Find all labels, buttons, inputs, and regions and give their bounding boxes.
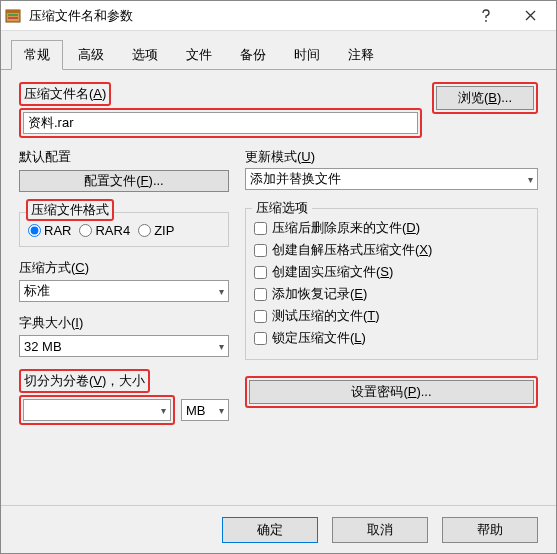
radio-zip[interactable]: ZIP bbox=[138, 223, 174, 238]
tab-options[interactable]: 选项 bbox=[119, 40, 171, 70]
default-config-section: 默认配置 配置文件(F)... bbox=[19, 148, 229, 192]
chk-lock[interactable]: 锁定压缩文件(L) bbox=[254, 329, 529, 347]
close-button[interactable] bbox=[508, 2, 552, 30]
app-icon bbox=[5, 8, 21, 24]
svg-rect-1 bbox=[6, 10, 20, 13]
window-title: 压缩文件名和参数 bbox=[29, 7, 464, 25]
browse-button[interactable]: 浏览(B)... bbox=[436, 86, 534, 110]
update-label: 更新模式(U) bbox=[245, 148, 315, 166]
default-config-label: 默认配置 bbox=[19, 148, 71, 166]
chk-recovery[interactable]: 添加恢复记录(E) bbox=[254, 285, 529, 303]
split-size-combo[interactable]: ▾ bbox=[23, 399, 171, 421]
help-button[interactable] bbox=[464, 2, 508, 30]
chevron-down-icon: ▾ bbox=[219, 405, 224, 416]
set-password-button[interactable]: 设置密码(P)... bbox=[249, 380, 534, 404]
split-label: 切分为分卷(V)，大小 bbox=[19, 369, 150, 393]
svg-rect-2 bbox=[8, 14, 18, 16]
chk-test[interactable]: 测试压缩的文件(T) bbox=[254, 307, 529, 325]
method-combo[interactable]: 标准▾ bbox=[19, 280, 229, 302]
dict-combo[interactable]: 32 MB▾ bbox=[19, 335, 229, 357]
filename-label: 压缩文件名(A) bbox=[19, 82, 111, 106]
tab-files[interactable]: 文件 bbox=[173, 40, 225, 70]
radio-rar[interactable]: RAR bbox=[28, 223, 71, 238]
filename-input[interactable] bbox=[23, 112, 418, 134]
help-button-footer[interactable]: 帮助 bbox=[442, 517, 538, 543]
method-label: 压缩方式(C) bbox=[19, 259, 229, 277]
tab-comment[interactable]: 注释 bbox=[335, 40, 387, 70]
tab-time[interactable]: 时间 bbox=[281, 40, 333, 70]
tabstrip: 常规 高级 选项 文件 备份 时间 注释 bbox=[1, 31, 556, 70]
chevron-down-icon: ▾ bbox=[219, 286, 224, 297]
tab-backup[interactable]: 备份 bbox=[227, 40, 279, 70]
format-legend: 压缩文件格式 bbox=[26, 199, 114, 221]
cancel-button[interactable]: 取消 bbox=[332, 517, 428, 543]
format-group: 压缩文件格式 RAR RAR4 ZIP bbox=[19, 212, 229, 247]
radio-rar4[interactable]: RAR4 bbox=[79, 223, 130, 238]
footer: 确定 取消 帮助 bbox=[1, 505, 556, 553]
chevron-down-icon: ▾ bbox=[528, 174, 533, 185]
tab-body: 压缩文件名(A) 浏览(B)... 默认配置 配置文件(F bbox=[1, 70, 556, 435]
svg-rect-3 bbox=[8, 17, 18, 19]
split-unit-combo[interactable]: MB▾ bbox=[181, 399, 229, 421]
tab-advanced[interactable]: 高级 bbox=[65, 40, 117, 70]
chk-sfx[interactable]: 创建自解压格式压缩文件(X) bbox=[254, 241, 529, 259]
ok-button[interactable]: 确定 bbox=[222, 517, 318, 543]
options-legend: 压缩选项 bbox=[252, 199, 312, 217]
chevron-down-icon: ▾ bbox=[219, 341, 224, 352]
chk-solid[interactable]: 创建固实压缩文件(S) bbox=[254, 263, 529, 281]
dict-label: 字典大小(I) bbox=[19, 314, 229, 332]
profile-button[interactable]: 配置文件(F)... bbox=[19, 170, 229, 192]
options-group: 压缩选项 压缩后删除原来的文件(D) 创建自解压格式压缩文件(X) 创建固实压缩… bbox=[245, 208, 538, 360]
dialog-window: 压缩文件名和参数 常规 高级 选项 文件 备份 时间 注释 压缩文件名(A) bbox=[0, 0, 557, 554]
update-combo[interactable]: 添加并替换文件▾ bbox=[245, 168, 538, 190]
chk-delete-after[interactable]: 压缩后删除原来的文件(D) bbox=[254, 219, 529, 237]
chevron-down-icon: ▾ bbox=[161, 405, 166, 416]
titlebar: 压缩文件名和参数 bbox=[1, 1, 556, 31]
tab-general[interactable]: 常规 bbox=[11, 40, 63, 70]
